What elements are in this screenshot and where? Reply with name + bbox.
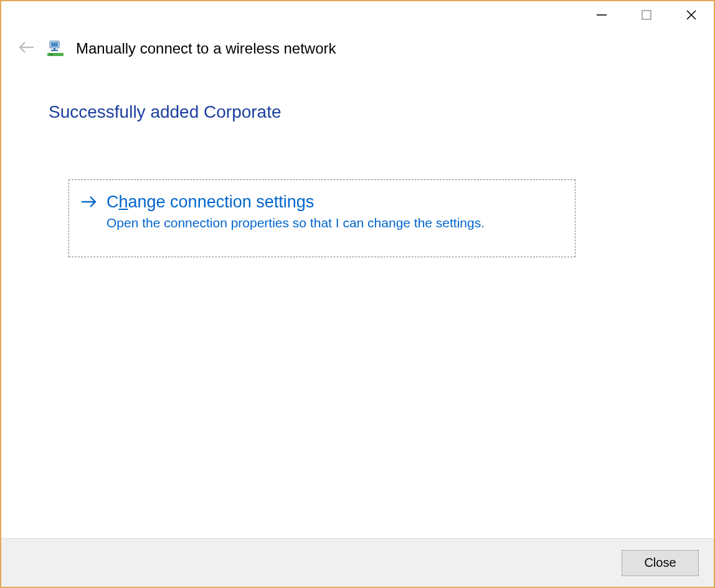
content-area: Successfully added Corporate Change conn… — [1, 57, 714, 538]
close-button[interactable]: Close — [622, 550, 699, 576]
minimize-button[interactable] — [579, 1, 624, 29]
minimize-icon — [596, 9, 607, 21]
svg-rect-6 — [51, 42, 58, 47]
success-heading: Successfully added Corporate — [49, 102, 666, 122]
maximize-icon — [642, 10, 651, 20]
svg-rect-7 — [54, 48, 55, 50]
option-title: Change connection settings — [107, 191, 485, 213]
svg-rect-1 — [642, 11, 651, 19]
back-arrow-icon — [17, 40, 35, 57]
change-connection-settings-option[interactable]: Change connection settings Open the conn… — [69, 179, 575, 257]
maximize-button[interactable] — [624, 1, 669, 29]
option-text-group: Change connection settings Open the conn… — [107, 191, 485, 230]
close-icon — [686, 9, 697, 21]
window-title: Manually connect to a wireless network — [76, 40, 336, 57]
svg-rect-8 — [51, 50, 58, 51]
arrow-right-icon — [80, 195, 98, 211]
window-close-button[interactable] — [669, 1, 714, 29]
header: Manually connect to a wireless network — [1, 31, 714, 57]
svg-rect-10 — [49, 54, 53, 55]
network-icon — [46, 40, 65, 57]
footer: Close — [1, 538, 714, 587]
option-description: Open the connection properties so that I… — [107, 216, 485, 230]
titlebar — [1, 1, 714, 31]
